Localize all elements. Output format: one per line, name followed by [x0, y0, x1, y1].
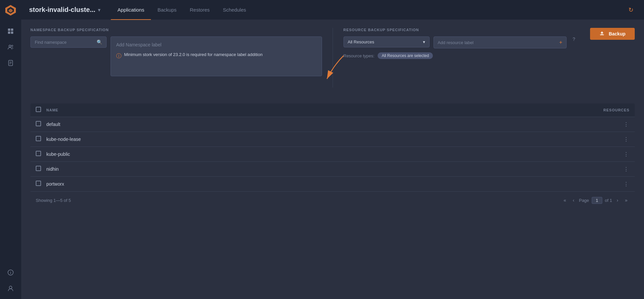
plus-icon: +: [559, 39, 562, 45]
spec-row: NAMESPACE BACKUP SPECIFICATION Find name…: [30, 28, 635, 88]
table-row[interactable]: default ⋮: [30, 117, 635, 132]
page-controls: « ‹ Page of 1 › »: [562, 196, 629, 204]
resource-section: RESOURCE BACKUP SPECIFICATION All Resour…: [344, 28, 575, 59]
resource-types-label: Resource types:: [344, 53, 375, 58]
table-row[interactable]: nidhin ⋮: [30, 162, 635, 177]
find-namespace-input[interactable]: Find namespace 🔍: [30, 36, 107, 48]
backup-button[interactable]: Backup: [590, 28, 635, 40]
question-icon[interactable]: ?: [573, 36, 575, 42]
svg-rect-3: [8, 29, 10, 31]
row-checkbox-3[interactable]: [36, 151, 46, 157]
chevron-down-icon: ▾: [423, 39, 425, 44]
tabs: Applications Backups Restores Schedules: [111, 0, 253, 20]
documents-icon[interactable]: [4, 56, 17, 70]
table-header: NAME RESOURCES: [30, 103, 635, 117]
tab-restores[interactable]: Restores: [183, 0, 216, 20]
users-icon[interactable]: [4, 40, 17, 54]
row-checkbox-4[interactable]: [36, 166, 46, 172]
row-name-5: portworx: [46, 181, 623, 187]
namespace-table: NAME RESOURCES default ⋮ kube-node-lease…: [30, 103, 635, 209]
row-actions-1[interactable]: ⋮: [623, 121, 629, 128]
row-checkbox-2[interactable]: [36, 136, 46, 143]
resource-label-input[interactable]: Add resource label +: [434, 36, 567, 48]
resource-types-badge: All Resources are selected: [378, 52, 433, 59]
resource-controls: All Resources ▾ Add resource label + ?: [344, 36, 575, 48]
col-name-header: NAME: [46, 108, 603, 112]
row-checkbox-5[interactable]: [36, 181, 46, 187]
header: stork-invalid-cluste... ▾ Applications B…: [21, 0, 644, 20]
svg-point-8: [12, 45, 13, 46]
row-name-4: nidhin: [46, 166, 623, 172]
row-name-1: default: [46, 122, 623, 127]
header-checkbox-cell: [36, 107, 46, 113]
svg-rect-6: [11, 31, 13, 34]
svg-point-16: [9, 286, 12, 289]
col-resources-header: RESOURCES: [603, 108, 629, 112]
resource-dropdown[interactable]: All Resources ▾: [344, 36, 430, 47]
svg-point-7: [9, 45, 11, 47]
find-namespace-placeholder: Find namespace: [35, 40, 67, 45]
backup-col: Backup: [575, 28, 635, 59]
row-actions-3[interactable]: ⋮: [623, 151, 629, 157]
page-input[interactable]: [592, 197, 602, 204]
tab-backups[interactable]: Backups: [151, 0, 183, 20]
row-actions-2[interactable]: ⋮: [623, 136, 629, 143]
chevron-down-icon: ▾: [98, 7, 100, 13]
info-icon: ⓘ: [116, 52, 121, 60]
backup-button-label: Backup: [609, 31, 625, 36]
cluster-title[interactable]: stork-invalid-cluste... ▾: [29, 6, 100, 14]
grid-icon[interactable]: [4, 25, 17, 38]
content-area: NAMESPACE BACKUP SPECIFICATION Find name…: [21, 20, 644, 299]
table-row[interactable]: kube-public ⋮: [30, 147, 635, 162]
pagination: Showing 1—5 of 5 « ‹ Page of 1 › »: [30, 192, 635, 209]
showing-text: Showing 1—5 of 5: [36, 198, 71, 203]
resource-types-row: Resource types: All Resources are select…: [344, 52, 575, 59]
namespace-section: NAMESPACE BACKUP SPECIFICATION Find name…: [30, 28, 322, 76]
prev-page-button[interactable]: ‹: [571, 196, 576, 204]
row-actions-4[interactable]: ⋮: [623, 166, 629, 172]
row-checkbox-1[interactable]: [36, 121, 46, 128]
table-row[interactable]: kube-node-lease ⋮: [30, 132, 635, 147]
select-all-checkbox[interactable]: [36, 107, 41, 112]
row-name-2: kube-node-lease: [46, 137, 623, 142]
last-page-button[interactable]: »: [623, 196, 629, 204]
spec-divider: [333, 28, 333, 88]
svg-rect-4: [11, 29, 13, 31]
tab-applications[interactable]: Applications: [111, 0, 151, 20]
table-row[interactable]: portworx ⋮: [30, 177, 635, 192]
namespace-info-text: Minimum stork version of 23.2.0 is requi…: [124, 51, 262, 58]
search-icon: 🔍: [97, 39, 102, 45]
user-icon[interactable]: [4, 282, 17, 295]
namespace-label-area: Add Namespace label ⓘ Minimum stork vers…: [111, 36, 322, 76]
info-circle-icon[interactable]: [4, 266, 17, 279]
svg-rect-5: [8, 31, 10, 34]
refresh-button[interactable]: ↻: [626, 4, 636, 16]
namespace-section-title: NAMESPACE BACKUP SPECIFICATION: [30, 28, 322, 32]
sidebar: [0, 0, 21, 299]
tab-schedules[interactable]: Schedules: [216, 0, 253, 20]
resource-section-title: RESOURCE BACKUP SPECIFICATION: [344, 28, 575, 32]
namespace-label-placeholder: Add Namespace label: [116, 42, 316, 47]
next-page-button[interactable]: ›: [615, 196, 621, 204]
spec-right-wrapper: RESOURCE BACKUP SPECIFICATION All Resour…: [344, 28, 635, 59]
cluster-name: stork-invalid-cluste...: [29, 6, 95, 14]
svg-point-15: [10, 271, 11, 272]
ns-controls: Find namespace 🔍 Add Namespace label ⓘ M…: [30, 36, 322, 76]
svg-rect-17: [600, 34, 604, 35]
row-actions-5[interactable]: ⋮: [623, 181, 629, 187]
resource-dropdown-value: All Resources: [348, 39, 374, 44]
main-content: stork-invalid-cluste... ▾ Applications B…: [21, 0, 644, 299]
row-name-3: kube-public: [46, 151, 623, 157]
app-logo[interactable]: [4, 4, 17, 17]
page-label: Page: [579, 198, 589, 203]
namespace-info-box: ⓘ Minimum stork version of 23.2.0 is req…: [116, 51, 316, 60]
first-page-button[interactable]: «: [562, 196, 568, 204]
of-label: of 1: [605, 198, 612, 203]
header-right: ↻: [626, 4, 636, 16]
resource-label-placeholder: Add resource label: [438, 40, 474, 45]
